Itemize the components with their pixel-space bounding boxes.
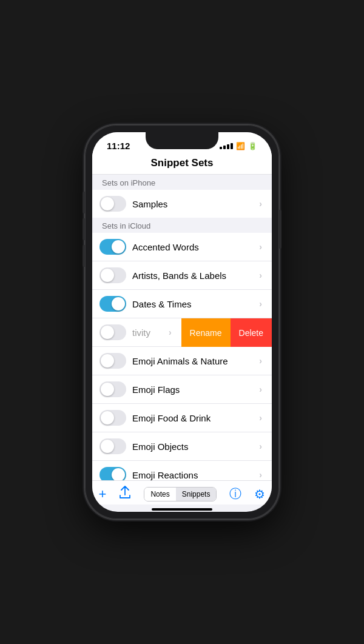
toggle-knob <box>101 197 114 210</box>
chevron-icon: › <box>259 242 262 252</box>
settings-icon: ⚙ <box>254 487 265 501</box>
emoji-reactions-label: Emoji Reactions <box>132 470 259 480</box>
dates-times-toggle[interactable] <box>99 296 126 312</box>
chevron-icon: › <box>259 270 262 280</box>
toggle-knob <box>112 468 125 480</box>
chevron-icon: › <box>259 199 262 209</box>
share-icon <box>119 486 131 502</box>
wifi-icon: 📶 <box>236 142 245 150</box>
toggle-knob <box>101 383 114 396</box>
toggle-knob <box>101 326 114 339</box>
list-item[interactable]: Emoji Objects › <box>92 432 272 461</box>
tab-bar: + Notes Snippets ⓘ ⚙ <box>92 480 272 505</box>
home-indicator <box>152 508 212 511</box>
emoji-animals-label: Emoji Animals & Nature <box>132 356 259 366</box>
emoji-food-label: Emoji Food & Drink <box>132 413 259 423</box>
creativity-toggle[interactable] <box>99 324 126 340</box>
emoji-animals-toggle[interactable] <box>99 353 126 369</box>
creativity-item[interactable]: tivity › <box>92 318 181 347</box>
notch <box>146 132 218 149</box>
creativity-label: tivity <box>132 327 169 338</box>
artists-toggle[interactable] <box>99 267 126 283</box>
phone-frame: 11:12 📶 🔋 Snippet Sets Sets on iPhone <box>85 125 279 519</box>
section-header-icloud: Sets in iCloud <box>92 218 272 233</box>
chevron-icon: › <box>169 327 172 337</box>
chevron-icon: › <box>259 413 262 423</box>
content-area: Sets on iPhone Samples › Sets in iCloud <box>92 175 272 480</box>
chevron-icon: › <box>259 356 262 366</box>
iphone-section: Samples › <box>92 190 272 218</box>
phone-screen: 11:12 📶 🔋 Snippet Sets Sets on iPhone <box>92 132 272 512</box>
artists-label: Artists, Bands & Labels <box>132 270 259 281</box>
list-item[interactable]: Emoji Reactions › <box>92 461 272 480</box>
nav-bar: Snippet Sets <box>92 153 272 175</box>
status-bar: 11:12 📶 🔋 <box>92 132 272 153</box>
list-item[interactable]: Accented Words › <box>92 233 272 261</box>
emoji-reactions-toggle[interactable] <box>99 467 126 480</box>
accented-words-label: Accented Words <box>132 242 259 252</box>
share-button[interactable] <box>119 486 131 502</box>
emoji-flags-label: Emoji Flags <box>132 384 259 395</box>
section-header-iphone: Sets on iPhone <box>92 175 272 190</box>
chevron-icon: › <box>259 299 262 309</box>
accented-words-toggle[interactable] <box>99 239 126 255</box>
list-item[interactable]: Samples › <box>92 190 272 218</box>
info-button[interactable]: ⓘ <box>229 486 241 502</box>
toggle-knob <box>101 269 114 282</box>
toggle-knob <box>112 297 125 310</box>
dates-times-label: Dates & Times <box>132 299 259 309</box>
chevron-icon: › <box>259 470 262 480</box>
add-button[interactable]: + <box>99 486 107 502</box>
chevron-icon: › <box>259 441 262 451</box>
settings-button[interactable]: ⚙ <box>254 487 265 501</box>
swipe-row: tivity › Rename Delete <box>92 318 272 347</box>
toggle-knob <box>101 354 114 367</box>
list-item[interactable]: Dates & Times › <box>92 290 272 318</box>
emoji-flags-toggle[interactable] <box>99 381 126 397</box>
list-item[interactable]: Artists, Bands & Labels › <box>92 261 272 290</box>
status-icons: 📶 🔋 <box>220 142 257 150</box>
rename-button[interactable]: Rename <box>181 318 231 347</box>
list-item[interactable]: Emoji Animals & Nature › <box>92 347 272 375</box>
signal-icon <box>220 143 233 149</box>
icloud-section: Accented Words › Artists, Bands & Labels… <box>92 233 272 480</box>
snippets-tab[interactable]: Snippets <box>176 488 217 501</box>
info-icon: ⓘ <box>229 486 241 502</box>
delete-button[interactable]: Delete <box>231 318 272 347</box>
notes-snippets-segment[interactable]: Notes Snippets <box>144 487 217 501</box>
add-icon: + <box>99 486 107 502</box>
list-item[interactable]: Emoji Food & Drink › <box>92 404 272 432</box>
list-item[interactable]: Emoji Flags › <box>92 375 272 404</box>
toggle-knob <box>101 440 114 453</box>
battery-icon: 🔋 <box>248 142 257 150</box>
status-time: 11:12 <box>107 141 130 151</box>
swipe-actions: Rename Delete <box>181 318 272 347</box>
toggle-knob <box>112 240 125 253</box>
emoji-objects-toggle[interactable] <box>99 438 126 454</box>
emoji-food-toggle[interactable] <box>99 410 126 426</box>
page-title: Snippet Sets <box>151 157 214 169</box>
chevron-icon: › <box>259 384 262 394</box>
emoji-objects-label: Emoji Objects <box>132 441 259 452</box>
samples-toggle[interactable] <box>99 196 126 212</box>
toggle-knob <box>101 411 114 424</box>
samples-label: Samples <box>132 199 259 209</box>
notes-tab[interactable]: Notes <box>144 488 175 501</box>
